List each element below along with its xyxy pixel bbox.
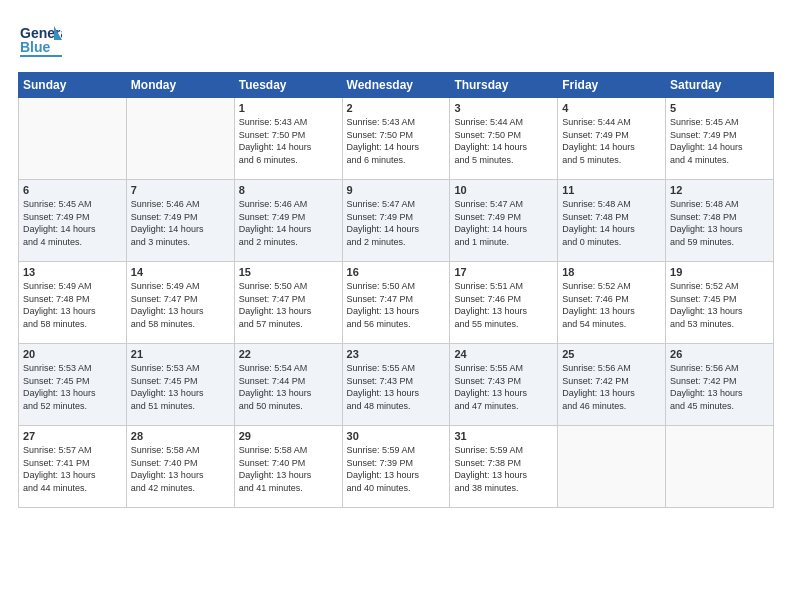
day-number: 4: [562, 102, 661, 114]
calendar-table: SundayMondayTuesdayWednesdayThursdayFrid…: [18, 72, 774, 508]
week-row-4: 20Sunrise: 5:53 AM Sunset: 7:45 PM Dayli…: [19, 344, 774, 426]
day-cell: [666, 426, 774, 508]
day-number: 16: [347, 266, 446, 278]
day-header-wednesday: Wednesday: [342, 73, 450, 98]
day-number: 26: [670, 348, 769, 360]
day-number: 18: [562, 266, 661, 278]
day-info: Sunrise: 5:47 AM Sunset: 7:49 PM Dayligh…: [347, 198, 446, 248]
day-info: Sunrise: 5:53 AM Sunset: 7:45 PM Dayligh…: [23, 362, 122, 412]
day-number: 21: [131, 348, 230, 360]
day-cell: [558, 426, 666, 508]
day-info: Sunrise: 5:56 AM Sunset: 7:42 PM Dayligh…: [562, 362, 661, 412]
day-number: 14: [131, 266, 230, 278]
day-cell: 21Sunrise: 5:53 AM Sunset: 7:45 PM Dayli…: [126, 344, 234, 426]
day-cell: [19, 98, 127, 180]
day-number: 10: [454, 184, 553, 196]
day-cell: 30Sunrise: 5:59 AM Sunset: 7:39 PM Dayli…: [342, 426, 450, 508]
day-number: 19: [670, 266, 769, 278]
day-number: 23: [347, 348, 446, 360]
day-number: 22: [239, 348, 338, 360]
day-number: 15: [239, 266, 338, 278]
day-header-monday: Monday: [126, 73, 234, 98]
day-cell: 27Sunrise: 5:57 AM Sunset: 7:41 PM Dayli…: [19, 426, 127, 508]
day-info: Sunrise: 5:48 AM Sunset: 7:48 PM Dayligh…: [562, 198, 661, 248]
day-cell: 4Sunrise: 5:44 AM Sunset: 7:49 PM Daylig…: [558, 98, 666, 180]
day-number: 8: [239, 184, 338, 196]
day-number: 29: [239, 430, 338, 442]
day-number: 30: [347, 430, 446, 442]
day-info: Sunrise: 5:56 AM Sunset: 7:42 PM Dayligh…: [670, 362, 769, 412]
day-info: Sunrise: 5:59 AM Sunset: 7:39 PM Dayligh…: [347, 444, 446, 494]
day-info: Sunrise: 5:55 AM Sunset: 7:43 PM Dayligh…: [347, 362, 446, 412]
day-header-sunday: Sunday: [19, 73, 127, 98]
svg-text:Blue: Blue: [20, 39, 51, 55]
day-info: Sunrise: 5:52 AM Sunset: 7:46 PM Dayligh…: [562, 280, 661, 330]
day-number: 3: [454, 102, 553, 114]
day-number: 25: [562, 348, 661, 360]
day-info: Sunrise: 5:46 AM Sunset: 7:49 PM Dayligh…: [131, 198, 230, 248]
day-info: Sunrise: 5:58 AM Sunset: 7:40 PM Dayligh…: [131, 444, 230, 494]
day-info: Sunrise: 5:58 AM Sunset: 7:40 PM Dayligh…: [239, 444, 338, 494]
day-info: Sunrise: 5:50 AM Sunset: 7:47 PM Dayligh…: [347, 280, 446, 330]
day-cell: 13Sunrise: 5:49 AM Sunset: 7:48 PM Dayli…: [19, 262, 127, 344]
day-info: Sunrise: 5:45 AM Sunset: 7:49 PM Dayligh…: [670, 116, 769, 166]
day-number: 9: [347, 184, 446, 196]
day-number: 5: [670, 102, 769, 114]
day-header-saturday: Saturday: [666, 73, 774, 98]
day-cell: 5Sunrise: 5:45 AM Sunset: 7:49 PM Daylig…: [666, 98, 774, 180]
day-number: 24: [454, 348, 553, 360]
day-cell: 20Sunrise: 5:53 AM Sunset: 7:45 PM Dayli…: [19, 344, 127, 426]
day-number: 6: [23, 184, 122, 196]
day-info: Sunrise: 5:43 AM Sunset: 7:50 PM Dayligh…: [347, 116, 446, 166]
day-number: 7: [131, 184, 230, 196]
calendar-header-row: SundayMondayTuesdayWednesdayThursdayFrid…: [19, 73, 774, 98]
header: General Blue: [18, 18, 774, 62]
day-info: Sunrise: 5:53 AM Sunset: 7:45 PM Dayligh…: [131, 362, 230, 412]
week-row-1: 1Sunrise: 5:43 AM Sunset: 7:50 PM Daylig…: [19, 98, 774, 180]
day-cell: 17Sunrise: 5:51 AM Sunset: 7:46 PM Dayli…: [450, 262, 558, 344]
day-number: 17: [454, 266, 553, 278]
day-cell: 6Sunrise: 5:45 AM Sunset: 7:49 PM Daylig…: [19, 180, 127, 262]
day-info: Sunrise: 5:47 AM Sunset: 7:49 PM Dayligh…: [454, 198, 553, 248]
week-row-5: 27Sunrise: 5:57 AM Sunset: 7:41 PM Dayli…: [19, 426, 774, 508]
week-row-3: 13Sunrise: 5:49 AM Sunset: 7:48 PM Dayli…: [19, 262, 774, 344]
day-cell: 8Sunrise: 5:46 AM Sunset: 7:49 PM Daylig…: [234, 180, 342, 262]
day-info: Sunrise: 5:57 AM Sunset: 7:41 PM Dayligh…: [23, 444, 122, 494]
day-number: 11: [562, 184, 661, 196]
day-info: Sunrise: 5:49 AM Sunset: 7:47 PM Dayligh…: [131, 280, 230, 330]
day-number: 13: [23, 266, 122, 278]
day-cell: 26Sunrise: 5:56 AM Sunset: 7:42 PM Dayli…: [666, 344, 774, 426]
day-number: 20: [23, 348, 122, 360]
day-header-thursday: Thursday: [450, 73, 558, 98]
day-cell: 12Sunrise: 5:48 AM Sunset: 7:48 PM Dayli…: [666, 180, 774, 262]
day-info: Sunrise: 5:54 AM Sunset: 7:44 PM Dayligh…: [239, 362, 338, 412]
day-info: Sunrise: 5:46 AM Sunset: 7:49 PM Dayligh…: [239, 198, 338, 248]
day-cell: 3Sunrise: 5:44 AM Sunset: 7:50 PM Daylig…: [450, 98, 558, 180]
day-cell: 25Sunrise: 5:56 AM Sunset: 7:42 PM Dayli…: [558, 344, 666, 426]
day-number: 28: [131, 430, 230, 442]
day-number: 12: [670, 184, 769, 196]
day-cell: 19Sunrise: 5:52 AM Sunset: 7:45 PM Dayli…: [666, 262, 774, 344]
day-info: Sunrise: 5:43 AM Sunset: 7:50 PM Dayligh…: [239, 116, 338, 166]
day-cell: 22Sunrise: 5:54 AM Sunset: 7:44 PM Dayli…: [234, 344, 342, 426]
day-cell: 29Sunrise: 5:58 AM Sunset: 7:40 PM Dayli…: [234, 426, 342, 508]
day-cell: 28Sunrise: 5:58 AM Sunset: 7:40 PM Dayli…: [126, 426, 234, 508]
day-info: Sunrise: 5:52 AM Sunset: 7:45 PM Dayligh…: [670, 280, 769, 330]
logo-icon: General Blue: [18, 18, 62, 62]
day-info: Sunrise: 5:48 AM Sunset: 7:48 PM Dayligh…: [670, 198, 769, 248]
day-info: Sunrise: 5:55 AM Sunset: 7:43 PM Dayligh…: [454, 362, 553, 412]
day-cell: 18Sunrise: 5:52 AM Sunset: 7:46 PM Dayli…: [558, 262, 666, 344]
day-cell: [126, 98, 234, 180]
day-cell: 11Sunrise: 5:48 AM Sunset: 7:48 PM Dayli…: [558, 180, 666, 262]
day-info: Sunrise: 5:50 AM Sunset: 7:47 PM Dayligh…: [239, 280, 338, 330]
day-info: Sunrise: 5:51 AM Sunset: 7:46 PM Dayligh…: [454, 280, 553, 330]
week-row-2: 6Sunrise: 5:45 AM Sunset: 7:49 PM Daylig…: [19, 180, 774, 262]
day-cell: 9Sunrise: 5:47 AM Sunset: 7:49 PM Daylig…: [342, 180, 450, 262]
day-info: Sunrise: 5:45 AM Sunset: 7:49 PM Dayligh…: [23, 198, 122, 248]
day-info: Sunrise: 5:49 AM Sunset: 7:48 PM Dayligh…: [23, 280, 122, 330]
logo: General Blue: [18, 18, 62, 62]
day-number: 1: [239, 102, 338, 114]
day-cell: 24Sunrise: 5:55 AM Sunset: 7:43 PM Dayli…: [450, 344, 558, 426]
day-number: 2: [347, 102, 446, 114]
day-cell: 23Sunrise: 5:55 AM Sunset: 7:43 PM Dayli…: [342, 344, 450, 426]
